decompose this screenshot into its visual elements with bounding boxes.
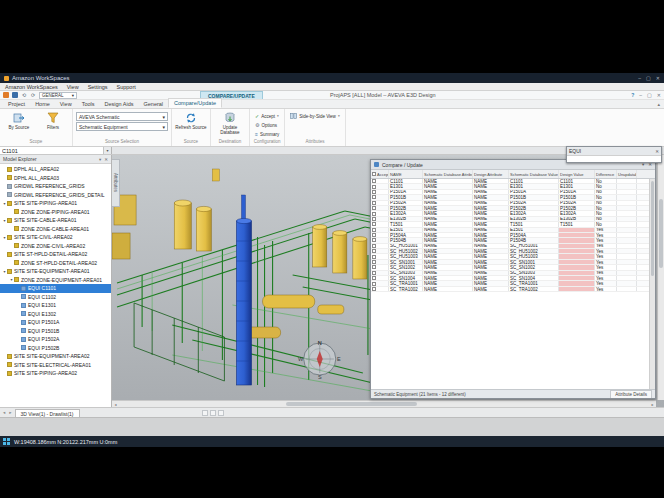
- column-schematic-attribute[interactable]: Schematic Database Attribute: [423, 170, 473, 178]
- tree-item[interactable]: EQUI P1501A: [0, 318, 111, 327]
- accept-button[interactable]: ✓ Accept ▾: [253, 112, 281, 120]
- accept-checkbox[interactable]: [372, 190, 376, 194]
- tab-design-aids[interactable]: Design Aids: [99, 100, 138, 108]
- column-design-attribute[interactable]: Design Attribute: [473, 170, 509, 178]
- equi-floating-window[interactable]: EQUI ✕: [566, 146, 662, 163]
- hscroll-thumb[interactable]: [286, 402, 417, 406]
- close-icon[interactable]: ✕: [655, 149, 659, 154]
- tree-item[interactable]: EQUI E1301: [0, 301, 111, 310]
- by-source-button[interactable]: By Source: [3, 110, 35, 130]
- accept-checkbox[interactable]: [372, 244, 376, 248]
- accept-checkbox[interactable]: [372, 222, 376, 226]
- tree-item[interactable]: EQUI P1502B: [0, 344, 111, 353]
- tab-project[interactable]: Project: [3, 100, 30, 108]
- side-by-side-view-button[interactable]: Side-by-Side View ▾: [288, 112, 341, 120]
- accept-checkbox[interactable]: [372, 276, 376, 280]
- schematic-type-combo[interactable]: Schematic Equipment ▾: [76, 122, 168, 131]
- menu-item-settings[interactable]: Settings: [88, 84, 108, 90]
- qat-general-combo[interactable]: GENERAL ▾: [39, 92, 77, 99]
- viewport-hscrollbar[interactable]: ◂ ▸: [112, 400, 656, 407]
- close-icon[interactable]: ✕: [104, 157, 108, 162]
- column-unupdatable[interactable]: Unupdatable: [617, 170, 637, 178]
- scroll-right-icon[interactable]: ▸: [649, 402, 656, 407]
- accept-checkbox[interactable]: [372, 206, 376, 210]
- view-tool-icon[interactable]: [202, 410, 208, 416]
- column-design-value[interactable]: Design Value: [559, 170, 595, 178]
- tree-item[interactable]: ZONE ZONE-CIVIL-AREA02: [0, 242, 111, 251]
- ribbon-collapse-icon[interactable]: ▴: [657, 101, 660, 107]
- app-maximize-icon[interactable]: ▢: [647, 92, 652, 98]
- tab-attribute-details[interactable]: Attribute Details: [610, 390, 652, 398]
- tree-item[interactable]: ▾SITE SITE-EQUIPMENT-AREA01: [0, 267, 111, 276]
- update-database-button[interactable]: Update Database: [214, 110, 246, 135]
- accept-checkbox[interactable]: [372, 217, 376, 221]
- help-icon[interactable]: ?: [631, 92, 634, 98]
- tab-scroll-left-icon[interactable]: ◂: [2, 410, 6, 415]
- redo-icon[interactable]: ⟳: [30, 92, 36, 98]
- table-scrollbar[interactable]: [649, 179, 655, 389]
- menu-item-view[interactable]: View: [67, 84, 79, 90]
- tab-general[interactable]: General: [139, 100, 169, 108]
- tree-item[interactable]: SITE SITE-PIPING-AREA02: [0, 369, 111, 378]
- tree-item[interactable]: EQUI E1302: [0, 310, 111, 319]
- summary-button[interactable]: ≡ Summary: [253, 130, 281, 138]
- accept-checkbox[interactable]: [372, 212, 376, 216]
- tree-item[interactable]: GRIDWL REFERENCE_GRIDS_DETAIL: [0, 191, 111, 200]
- table-row[interactable]: SC_TRA1002NAMENAMESC_TRA1002Yes: [371, 287, 655, 292]
- accept-checkbox[interactable]: [372, 195, 376, 199]
- accept-checkbox[interactable]: [372, 238, 376, 242]
- accept-checkbox[interactable]: [372, 249, 376, 253]
- tree-item[interactable]: SITE SITE-ELECTRICAL-AREA01: [0, 361, 111, 370]
- current-element-combo[interactable]: ▾: [0, 147, 112, 154]
- ws-close-icon[interactable]: ✕: [656, 75, 660, 81]
- tab-tools[interactable]: Tools: [77, 100, 100, 108]
- view-tool-icon[interactable]: [218, 410, 224, 416]
- column-schematic-value[interactable]: Schematic Database Value: [509, 170, 559, 178]
- column-difference[interactable]: Difference: [595, 170, 617, 178]
- app-close-icon[interactable]: ✕: [657, 92, 661, 98]
- save-icon[interactable]: [12, 92, 18, 98]
- options-button[interactable]: ⚙ Options: [253, 121, 281, 129]
- accept-checkbox[interactable]: [372, 287, 376, 291]
- tab-compare-update[interactable]: Compare/Update: [168, 98, 222, 108]
- menu-item-amazon-workspaces[interactable]: Amazon WorkSpaces: [5, 84, 58, 90]
- collapsed-panel-tab[interactable]: Attributes: [112, 159, 120, 207]
- tree-item[interactable]: EQUI P1501B: [0, 327, 111, 336]
- tree-item[interactable]: EQUI C1101: [0, 284, 111, 293]
- tree-item[interactable]: SITE SITE-EQUIPMENT-AREA02: [0, 352, 111, 361]
- view-tool-icon[interactable]: [210, 410, 216, 416]
- accept-checkbox[interactable]: [372, 233, 376, 237]
- tree-item[interactable]: ▾SITE SITE-PIPING-AREA01: [0, 199, 111, 208]
- tree-item[interactable]: ▾ZONE ZONE-EQUIPMENT-AREA01: [0, 276, 111, 285]
- tree-item[interactable]: EQUI C1102: [0, 293, 111, 302]
- accept-checkbox[interactable]: [372, 201, 376, 205]
- tree-item[interactable]: SITE ST-HPLD-DETAIL-AREA02: [0, 250, 111, 259]
- tree-item[interactable]: ZONE ZONE-PIPING-AREA01: [0, 208, 111, 217]
- accept-checkbox[interactable]: [372, 265, 376, 269]
- accept-checkbox[interactable]: [372, 185, 376, 189]
- view-tab-3d[interactable]: 3D View(1) - Drawlist(1): [15, 409, 80, 417]
- viewport-3d[interactable]: N S W E Attributes Compare / Update: [112, 155, 664, 407]
- scroll-left-icon[interactable]: ◂: [112, 402, 119, 407]
- accept-checkbox[interactable]: [372, 228, 376, 232]
- tree-item[interactable]: ZONE ZONE-CABLE-AREA01: [0, 225, 111, 234]
- column-accept[interactable]: Accept: [371, 170, 389, 178]
- tree-item[interactable]: DPHL ALL_AREA02: [0, 165, 111, 174]
- app-minimize-icon[interactable]: –: [639, 92, 642, 98]
- equi-titlebar[interactable]: EQUI ✕: [567, 147, 661, 155]
- tree-item[interactable]: GRIDWL REFERENCE_GRIDS: [0, 182, 111, 191]
- tab-view[interactable]: View: [55, 100, 77, 108]
- accept-checkbox[interactable]: [372, 255, 376, 259]
- menu-item-support[interactable]: Support: [117, 84, 136, 90]
- accept-checkbox[interactable]: [372, 179, 376, 183]
- ws-minimize-icon[interactable]: –: [638, 75, 641, 81]
- vscroll-thumb[interactable]: [659, 199, 663, 268]
- refresh-source-button[interactable]: Refresh Source: [175, 110, 207, 130]
- viewport-vscrollbar[interactable]: [657, 155, 664, 400]
- tree-item[interactable]: DPHL ALL_AREA03: [0, 174, 111, 183]
- start-icon[interactable]: [3, 438, 10, 445]
- chevron-down-icon[interactable]: ▾: [103, 147, 111, 154]
- tree-item[interactable]: ▾SITE SITE-CIVIL-AREA02: [0, 233, 111, 242]
- select-all-checkbox[interactable]: [372, 172, 376, 176]
- tree-item[interactable]: ZONE ST-HPLD-DETAIL-AREA02: [0, 259, 111, 268]
